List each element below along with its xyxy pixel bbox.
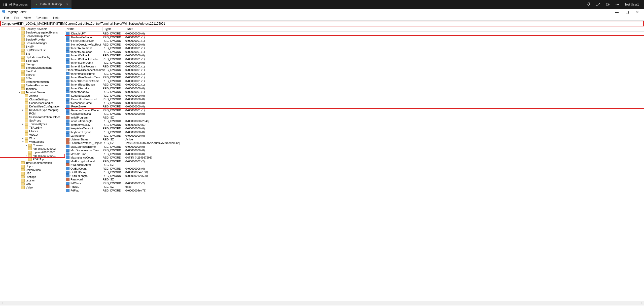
tree-node[interactable]: RDP-Tcp — [0, 158, 65, 161]
value-row[interactable]: PasswordREG_SZ — [65, 178, 644, 181]
pin-icon[interactable] — [586, 2, 591, 7]
value-row[interactable]: fInheritColorDepthREG_DWORD0x00000000 (0… — [65, 61, 644, 65]
tree-node[interactable]: StorVSP — [0, 73, 65, 76]
value-row[interactable]: fPromptForPasswordREG_DWORD0x00000000 (0… — [65, 97, 644, 101]
close-button[interactable]: ✕ — [634, 10, 641, 14]
col-header-name[interactable]: Name — [65, 27, 103, 31]
tree-node[interactable]: ServiceProvider — [0, 38, 65, 41]
tree-node[interactable]: SQMServiceList — [0, 48, 65, 52]
value-row[interactable]: fInheritSecurityREG_DWORD0x00000000 (0) — [65, 87, 644, 90]
tree-node[interactable]: SrpExtensionConfig — [0, 55, 65, 59]
tree-node[interactable]: ClusterSettings — [0, 98, 65, 101]
tree-node[interactable]: rdp-sxs200826002 — [0, 147, 65, 150]
chevron-down-icon[interactable]: ▾ — [18, 91, 21, 94]
tab-default-desktop[interactable]: Default Desktop × — [31, 0, 71, 9]
tree-node[interactable]: ▾Terminal Server — [0, 91, 65, 94]
value-row[interactable]: fReverseConnectModeREG_DWORD0x00000001 (… — [65, 108, 644, 112]
value-row[interactable]: OutBufCountREG_DWORD0x00000006 (6) — [65, 167, 644, 171]
more-icon[interactable] — [615, 2, 620, 7]
tree-node[interactable]: SystemResources — [0, 84, 65, 87]
tree-node[interactable]: ▸Wds — [0, 136, 65, 140]
tree-node[interactable]: Ubpm — [0, 165, 65, 168]
value-row[interactable]: NWLogonServerREG_SZ — [65, 163, 644, 167]
tree-node[interactable]: usbstor — [0, 179, 65, 182]
fullscreen-icon[interactable] — [596, 2, 600, 7]
value-row[interactable]: MaxDisconnectionTimeREG_DWORD0x00000000 … — [65, 148, 644, 152]
tree-node[interactable]: VIDEO — [0, 133, 65, 136]
value-row[interactable]: MaxIdleTimeREG_DWORD0x00000000 (0) — [65, 152, 644, 156]
value-row[interactable]: MinEncryptionLevelREG_DWORD0x00000002 (2… — [65, 160, 644, 163]
tree-node[interactable]: StorPort — [0, 69, 65, 73]
gear-icon[interactable] — [605, 2, 610, 7]
value-row[interactable]: fInheritMaxIdleTimeREG_DWORD0x00000001 (… — [65, 72, 644, 76]
tree-node[interactable]: ▾WinStations — [0, 140, 65, 143]
tree-node[interactable]: ▸SecurityProviders — [0, 27, 65, 31]
tab-all-resources[interactable]: All Resources — [0, 0, 31, 9]
value-row[interactable]: fLogonDisabledREG_DWORD0x00000000 (0) — [65, 94, 644, 98]
values-pane[interactable]: Name Type Data fDisableLPTREG_DWORD0x000… — [65, 27, 644, 301]
tree-node[interactable]: Video — [0, 186, 65, 189]
chevron-right-icon[interactable]: ▸ — [21, 123, 25, 125]
value-row[interactable]: fInheritResetBrokenREG_DWORD0x00000001 (… — [65, 83, 644, 87]
menu-favorites[interactable]: Favorites — [33, 16, 51, 20]
value-row[interactable]: fInheritCallbackREG_DWORD0x00000000 (0) — [65, 54, 644, 57]
value-row[interactable]: fResetBrokenREG_DWORD0x00000000 (0) — [65, 105, 644, 108]
tree-node[interactable]: ▸Console — [0, 143, 65, 147]
tree-node[interactable]: TabletPC — [0, 87, 65, 91]
menu-file[interactable]: File — [2, 16, 11, 20]
value-row[interactable]: KeepAliveTimeoutREG_DWORD0x00000000 (0) — [65, 127, 644, 130]
tree-node[interactable]: ServiceGroupOrder — [0, 34, 65, 38]
tree-node[interactable]: Session Manager — [0, 41, 65, 45]
minimize-button[interactable]: — — [613, 10, 621, 14]
value-row[interactable]: KeyboardLayoutREG_DWORD0x00000000 (0) — [65, 130, 644, 134]
tree-node[interactable]: Srp — [0, 52, 65, 55]
chevron-right-icon[interactable]: ▸ — [21, 137, 25, 139]
value-row[interactable]: fReconnectSameREG_DWORD0x00000000 (0) — [65, 101, 644, 105]
value-row[interactable]: fInheritAutoClientREG_DWORD0x00000001 (1… — [65, 46, 644, 50]
tree-node[interactable]: DefaultUserConfiguration — [0, 105, 65, 108]
tree-node[interactable]: TSAppSrv — [0, 126, 65, 129]
chevron-right-icon[interactable]: ▸ — [25, 144, 28, 146]
value-row[interactable]: PdClassREG_DWORD0x00000002 (2) — [65, 181, 644, 185]
maximize-button[interactable]: ▢ — [624, 10, 631, 14]
tree-node[interactable]: rdp-sxs201007001 — [0, 150, 65, 154]
value-row[interactable]: fInheritMaxSessionTimeREG_DWORD0x0000000… — [65, 75, 644, 79]
tree-node[interactable]: USB — [0, 172, 65, 175]
chevron-right-icon[interactable]: ▸ — [21, 109, 25, 111]
value-row[interactable]: PdDLLREG_SZtdtcp — [65, 185, 644, 189]
tree-node[interactable]: SystemInformation — [0, 80, 65, 84]
tree-node[interactable]: StSec — [0, 76, 65, 80]
tree-node[interactable]: ServiceAggregatedEvents — [0, 31, 65, 34]
tree-node[interactable]: Storage — [0, 62, 65, 66]
value-row[interactable]: fInheritAutoLogonREG_DWORD0x00000001 (1) — [65, 50, 644, 54]
value-row[interactable]: InitialProgramREG_SZ — [65, 116, 644, 120]
value-row[interactable]: OutBufDelayREG_DWORD0x00000064 (100) — [65, 170, 644, 174]
value-row[interactable]: fInheritShadowREG_DWORD0x00000001 (1) — [65, 90, 644, 94]
chevron-right-icon[interactable]: ▸ — [25, 155, 28, 157]
value-row[interactable]: fInheritCallbackNumberREG_DWORD0x0000000… — [65, 57, 644, 61]
tree-node[interactable]: SNMP — [0, 45, 65, 48]
scroll-right-icon[interactable]: › — [640, 301, 644, 305]
value-row[interactable]: fInheritMaxDisconnectionTimeREG_DWORD0x0… — [65, 68, 644, 72]
value-row[interactable]: fUseDefaultGinaREG_DWORD0x00000000 (0) — [65, 112, 644, 116]
value-row[interactable]: LanAdapterREG_DWORD0x00000000 (0) — [65, 134, 644, 138]
value-row[interactable]: MaxConnectionTimeREG_DWORD0x00000000 (0) — [65, 145, 644, 149]
tree-node[interactable]: usbflags — [0, 175, 65, 179]
value-row[interactable]: OutBufLengthREG_DWORD0x00000212 (530) — [65, 174, 644, 178]
col-header-type[interactable]: Type — [103, 27, 125, 31]
tree-node[interactable]: ▸TerminalTypes — [0, 122, 65, 126]
tree-node[interactable]: StillImage — [0, 59, 65, 62]
menu-view[interactable]: View — [22, 16, 33, 20]
close-icon[interactable]: × — [66, 3, 68, 6]
tree-node[interactable]: VAN — [0, 182, 65, 186]
tree-node[interactable]: RCM — [0, 112, 65, 115]
tree-node[interactable]: TimeZoneInformation — [0, 161, 65, 165]
value-row[interactable]: fForceClientLptDefREG_DWORD0x00000001 (1… — [65, 39, 644, 43]
user-label[interactable]: Test User1 — [625, 3, 639, 6]
tree-node[interactable]: ▸KeyboardType Mapping — [0, 108, 65, 112]
value-row[interactable]: PdFlagREG_DWORD0x0000004e (78) — [65, 189, 644, 193]
col-header-data[interactable]: Data — [125, 27, 644, 31]
tree-node[interactable]: Utilities — [0, 129, 65, 133]
tree-node[interactable]: StorageManagement — [0, 66, 65, 69]
value-row[interactable]: fHomeDirectoryMapRootREG_DWORD0x00000000… — [65, 43, 644, 47]
